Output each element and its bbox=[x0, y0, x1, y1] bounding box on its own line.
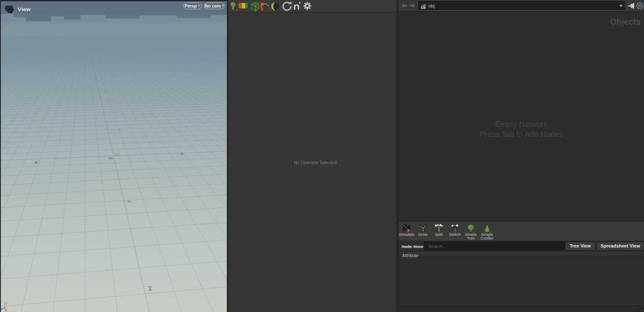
svg-text:-4: -4 bbox=[101, 90, 109, 92]
svg-text:x: x bbox=[5, 308, 8, 312]
svg-text:0: 0 bbox=[108, 157, 113, 160]
svg-text:-1: -1 bbox=[113, 129, 123, 131]
svg-text:1: 1 bbox=[33, 160, 40, 165]
svg-text:-2: -2 bbox=[107, 112, 116, 113]
svg-text:2: 2 bbox=[147, 284, 153, 292]
svg-text:1: 1 bbox=[125, 199, 132, 203]
svg-text:y: y bbox=[6, 302, 8, 305]
svg-text:z: z bbox=[1, 307, 3, 311]
svg-text:-6: -6 bbox=[97, 78, 104, 79]
svg-text:-3: -3 bbox=[104, 100, 112, 101]
svg-text:-5: -5 bbox=[99, 83, 106, 84]
